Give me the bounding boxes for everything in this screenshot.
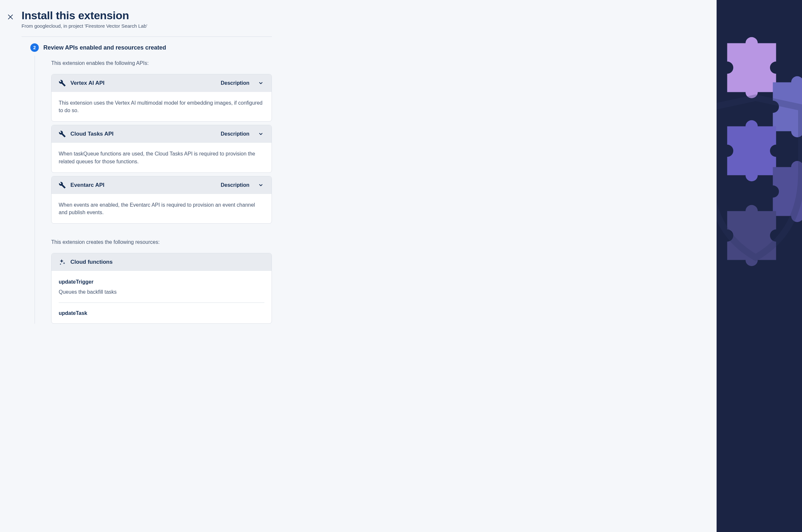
illustration-panel	[717, 0, 802, 532]
puzzle-illustration	[717, 0, 802, 293]
description-label: Description	[221, 182, 249, 188]
sparkle-icon	[59, 259, 66, 266]
resources-intro-text: This extension creates the following res…	[51, 239, 272, 245]
function-item: updateTrigger Queues the backfill tasks	[59, 278, 264, 302]
api-name: Vertex AI API	[71, 80, 216, 87]
wrench-icon	[59, 130, 66, 137]
header-divider	[21, 37, 272, 37]
page-title: Install this extension	[21, 9, 717, 22]
apis-intro-text: This extension enables the following API…	[51, 60, 272, 66]
api-card: Cloud Tasks API Description When taskQue…	[51, 125, 272, 172]
api-card: Eventarc API Description When events are…	[51, 176, 272, 224]
api-description: When taskQueue functions are used, the C…	[52, 143, 271, 172]
function-divider	[59, 303, 264, 303]
header-row: Install this extension From googlecloud,…	[0, 9, 717, 29]
chevron-down-icon	[257, 79, 264, 87]
api-card-header[interactable]: Eventarc API Description	[52, 176, 271, 194]
wrench-icon	[59, 182, 66, 189]
api-card: Vertex AI API Description This extension…	[51, 74, 272, 121]
chevron-down-icon	[257, 182, 264, 189]
function-name: updateTrigger	[59, 278, 264, 286]
step-title: Review APIs enabled and resources create…	[43, 44, 166, 51]
page-subtitle: From googlecloud, in project 'Firestore …	[21, 23, 717, 29]
step-number-badge: 2	[30, 43, 39, 52]
close-button[interactable]	[6, 13, 15, 21]
api-name: Eventarc API	[71, 182, 216, 188]
wrench-icon	[59, 79, 66, 87]
description-label: Description	[221, 80, 249, 86]
description-label: Description	[221, 131, 249, 137]
api-description: This extension uses the Vertex AI multim…	[52, 92, 271, 121]
step-header: 2 Review APIs enabled and resources crea…	[30, 43, 272, 52]
resources-card: Cloud functions updateTrigger Queues the…	[51, 253, 272, 324]
content-column: 2 Review APIs enabled and resources crea…	[21, 37, 272, 324]
api-name: Cloud Tasks API	[71, 131, 216, 137]
main-panel: Install this extension From googlecloud,…	[0, 0, 717, 532]
function-item: updateTask	[59, 309, 264, 323]
api-card-header[interactable]: Vertex AI API Description	[52, 74, 271, 92]
api-card-header[interactable]: Cloud Tasks API Description	[52, 125, 271, 143]
resources-card-header: Cloud functions	[52, 253, 271, 271]
function-description: Queues the backfill tasks	[59, 288, 264, 296]
resources-title: Cloud functions	[71, 259, 264, 265]
step-body: This extension enables the following API…	[35, 56, 272, 324]
title-block: Install this extension From googlecloud,…	[15, 9, 717, 29]
function-name: updateTask	[59, 309, 264, 317]
resources-body: updateTrigger Queues the backfill tasks …	[52, 271, 271, 323]
api-description: When events are enabled, the Eventarc AP…	[52, 194, 271, 223]
chevron-down-icon	[257, 130, 264, 137]
